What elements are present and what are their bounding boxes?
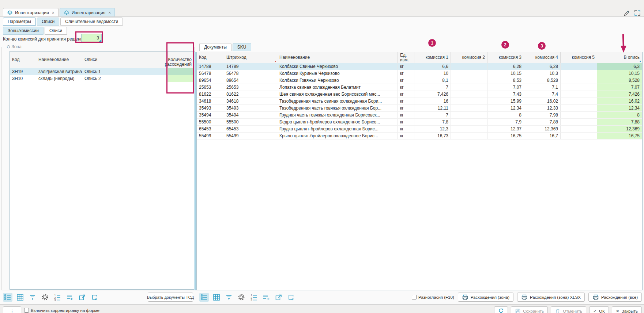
- diff-checkbox[interactable]: [412, 295, 417, 299]
- cell: [451, 91, 487, 98]
- edit-pencil-icon[interactable]: [623, 9, 630, 16]
- tab-zony-komissii[interactable]: Зоны/комиссии: [3, 27, 44, 35]
- cell: 7,07: [597, 84, 642, 91]
- reload-icon[interactable]: [286, 293, 296, 302]
- button-label: Сохранить: [523, 309, 544, 313]
- cell: [451, 63, 487, 70]
- tab-sku[interactable]: SKU: [233, 43, 251, 51]
- annotation-arrow-down: [619, 34, 628, 56]
- column-header[interactable]: Штрихкод: [224, 52, 277, 63]
- table-row[interactable]: 2565325653Лопатка свиная охлажденная Бел…: [197, 84, 642, 91]
- table-row[interactable]: 3549335493Тазобедренная часть говяжья ох…: [197, 105, 642, 112]
- cell: 35493: [224, 105, 277, 111]
- reload-icon[interactable]: [90, 293, 99, 302]
- column-header[interactable]: Описи: [82, 51, 168, 68]
- discrepancy-zone-xlsx-button[interactable]: Расхождения (зона) XLSX: [517, 293, 585, 302]
- export-icon[interactable]: [274, 293, 283, 302]
- zones-toolbar: 123: [3, 292, 99, 302]
- column-header[interactable]: комиссия 2: [451, 52, 487, 63]
- diff-checkbox-row[interactable]: Разногласия (F10): [412, 295, 454, 299]
- column-header[interactable]: Код: [10, 51, 36, 68]
- cell: 7,88: [597, 119, 642, 125]
- sku-table: КодШтрихкодНаименованиеЕд. изм.комиссия …: [196, 52, 643, 290]
- select-tsd-documents-button[interactable]: Выбрать документы ТСД: [148, 293, 193, 302]
- table-row[interactable]: 3549435494Грудная часть говяжья охлажден…: [197, 112, 642, 119]
- discrepancy-all-button[interactable]: Расхождения (все): [588, 293, 642, 302]
- cell: 35494: [224, 112, 277, 118]
- settings-gear-icon[interactable]: [40, 293, 50, 302]
- grouping-icon[interactable]: [199, 293, 209, 302]
- vertical-dots-icon: ⋮: [10, 309, 14, 313]
- adjust-checkbox-row[interactable]: Включить корректировку на форме: [24, 308, 99, 313]
- discrepancy-zone-button[interactable]: Расхождения (зона): [458, 293, 513, 302]
- cell: Крыло цыплят-бройлеров охлажденное Борис…: [277, 133, 398, 139]
- add-row-icon[interactable]: [65, 293, 75, 302]
- table-row[interactable]: 5549955499Крыло цыплят-бройлеров охлажде…: [197, 133, 642, 140]
- column-header[interactable]: комиссия 1: [414, 52, 451, 63]
- tab-inventarizatsiya[interactable]: Инвентаризация ×: [60, 8, 115, 17]
- column-header[interactable]: Код: [197, 52, 224, 63]
- cell: 7,1: [524, 84, 561, 91]
- table-row[interactable]: 8162281622Шея свиная охлажденная вес Бор…: [197, 91, 642, 98]
- table-row[interactable]: 6545365453Грудка цыплят-бройлеров охлажд…: [197, 126, 642, 133]
- cell: [451, 133, 487, 139]
- close-tab-icon[interactable]: ×: [52, 10, 54, 15]
- cell: 35493: [197, 105, 224, 111]
- ok-button[interactable]: ✓ ОК: [589, 306, 609, 313]
- export-icon[interactable]: [78, 293, 87, 302]
- cell: 7: [414, 112, 451, 118]
- numbered-list-icon[interactable]: 123: [53, 293, 62, 302]
- cell: 16,02: [597, 98, 642, 104]
- cell: 10,3: [524, 70, 561, 77]
- save-button[interactable]: Сохранить: [511, 306, 548, 313]
- fullscreen-icon[interactable]: [634, 9, 641, 16]
- close-button[interactable]: ✕ Закрыть: [612, 306, 642, 313]
- cell: 16,02: [524, 98, 561, 104]
- cell: 7,07: [487, 84, 524, 91]
- numbered-list-icon[interactable]: 123: [249, 293, 259, 302]
- diamond-icon: [7, 10, 13, 16]
- column-header[interactable]: комиссия 4: [524, 52, 561, 63]
- cell: 56478: [197, 70, 224, 77]
- cell: 7,4: [524, 91, 561, 98]
- cell: 8: [487, 112, 524, 118]
- refresh-button[interactable]: [494, 306, 508, 313]
- grid-view-icon[interactable]: [212, 293, 221, 302]
- cell: 6,28: [524, 63, 561, 70]
- adjust-checkbox[interactable]: [24, 308, 29, 313]
- collapse-icon[interactable]: ⊖: [7, 44, 10, 49]
- tab-dokumenty[interactable]: Документы: [199, 43, 231, 51]
- cell: [561, 98, 597, 104]
- table-row[interactable]: 3461834618Тазобедренная часть свиная охл…: [197, 98, 642, 105]
- tab-opisi[interactable]: Описи: [37, 18, 59, 26]
- tab-opisi-sub[interactable]: Описи: [45, 27, 67, 35]
- tab-slichitelnye-vedomosti[interactable]: Сличительные ведомости: [60, 18, 123, 26]
- cancel-button[interactable]: Отменить: [551, 306, 586, 313]
- column-header[interactable]: комиссия 3: [487, 52, 524, 63]
- filter-icon[interactable]: [28, 293, 37, 302]
- table-row[interactable]: 5647856478Колбаски Куриные Черкизовокг10…: [197, 70, 642, 77]
- table-row[interactable]: 8965489654Колбаски Говяжьи Черкизовокг8,…: [197, 77, 642, 84]
- tab-parametry[interactable]: Параметры: [3, 18, 36, 26]
- grouping-icon[interactable]: [3, 293, 12, 302]
- button-label: Отменить: [563, 309, 582, 313]
- cell: 8,53: [487, 77, 524, 84]
- tab-inventarizatsii[interactable]: Инвентаризации ×: [3, 8, 59, 17]
- cell: Колбаски Говяжьи Черкизово: [277, 77, 398, 84]
- grid-view-icon[interactable]: [15, 293, 25, 302]
- annotation-badge-3: 3: [538, 42, 546, 50]
- column-header[interactable]: Наименование: [36, 51, 82, 68]
- column-header[interactable]: Ед. изм.: [398, 52, 414, 63]
- settings-gear-icon[interactable]: [237, 293, 246, 302]
- column-header[interactable]: комиссия 5: [561, 52, 597, 63]
- table-row[interactable]: 1478914789Колбаски Свиные Черкизовокг6,6…: [197, 63, 642, 70]
- cell: 12,369: [597, 126, 642, 132]
- table-row[interactable]: 5550055500Бедро цыплят-бройлеров охлажде…: [197, 119, 642, 126]
- cell: 56478: [224, 70, 277, 77]
- add-row-icon[interactable]: [261, 293, 271, 302]
- cell: 35494: [197, 112, 224, 118]
- column-header[interactable]: Наименование: [277, 52, 398, 63]
- filter-icon[interactable]: [224, 293, 234, 302]
- close-tab-icon[interactable]: ×: [108, 10, 111, 15]
- menu-dots-button[interactable]: ⋮: [3, 306, 21, 313]
